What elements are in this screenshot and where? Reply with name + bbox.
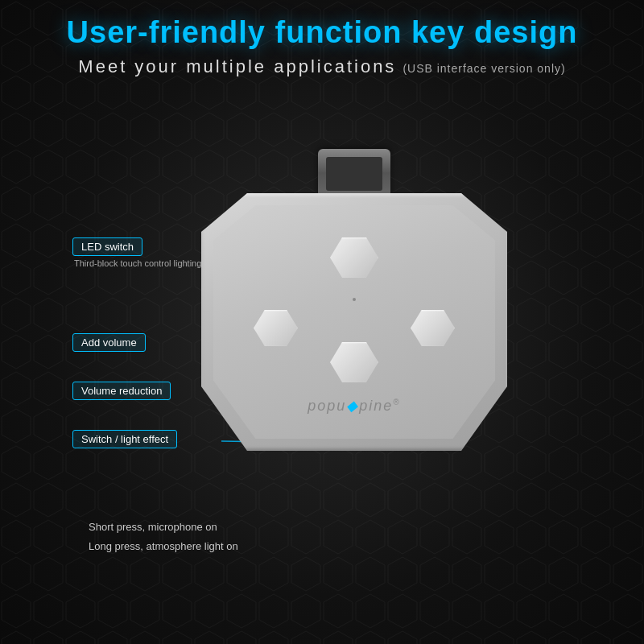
header-section: User-friendly function key design Meet y… [0, 14, 644, 77]
plus-icon: + [431, 352, 436, 361]
registered-mark: ® [393, 398, 400, 407]
volume-reduction-badge: Volume reduction [72, 382, 171, 400]
brand-dot: ◆ [346, 398, 359, 414]
led-switch-badge: LED switch [72, 237, 142, 256]
switch-button[interactable] [330, 342, 378, 382]
add-volume-label-item: Add volume [72, 333, 146, 352]
device-shell: ☆ ⏻/☽ + [201, 193, 507, 451]
volume-up-button[interactable]: + [411, 310, 455, 346]
power-mic-icon: ⏻/☽ [269, 353, 283, 361]
subtitle-note: (USB interface version only) [402, 62, 565, 75]
bottom-description: Short press, microphone on Long press, a… [89, 518, 238, 555]
led-switch-sub: Third-block touch control lighting [72, 258, 201, 268]
volume-reduction-label-item: Volume reduction [72, 382, 171, 400]
led-indicator [353, 298, 356, 301]
subtitle-main: Meet your multiple applications [78, 56, 396, 77]
usb-connector [318, 149, 390, 197]
device-body: ☆ ⏻/☽ + [201, 193, 507, 451]
add-volume-badge: Add volume [72, 333, 146, 352]
led-switch-label-item: LED switch Third-block touch control lig… [72, 237, 201, 268]
brand-first: popu [308, 398, 346, 414]
page-container: User-friendly function key design Meet y… [0, 0, 644, 644]
switch-light-badge: Switch / light effect [72, 430, 177, 448]
brand-name: popu◆pine® [308, 397, 400, 415]
subtitle-row: Meet your multiple applications (USB int… [0, 56, 644, 77]
usb-inner [326, 157, 382, 191]
led-button[interactable]: ☆ [330, 237, 378, 278]
switch-desc-line1: Short press, microphone on [89, 518, 238, 536]
device-section: LED switch Third-block touch control lig… [72, 145, 572, 564]
led-icon: ☆ [351, 283, 358, 292]
switch-light-label-item: Switch / light effect [72, 430, 177, 448]
volume-down-button[interactable]: ⏻/☽ [254, 310, 298, 346]
switch-desc-line2: Long press, atmosphere light on [89, 537, 238, 555]
main-title: User-friendly function key design [0, 14, 644, 52]
brand-second: pine [359, 398, 393, 414]
